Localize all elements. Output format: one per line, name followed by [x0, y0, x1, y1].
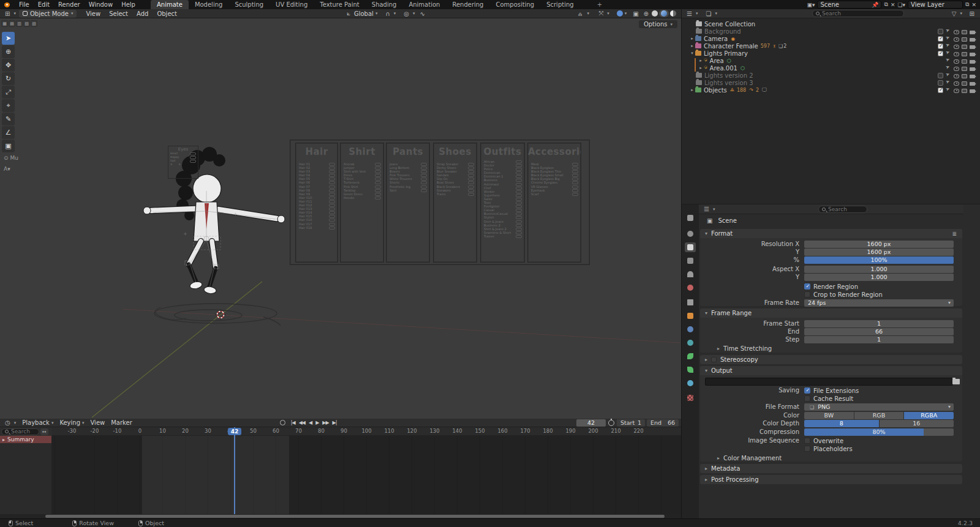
frame-step-field[interactable]: 1 [804, 336, 954, 343]
tab-scene[interactable] [685, 269, 696, 279]
panel-stereoscopy-header[interactable]: ▸Stereoscopy [700, 355, 962, 364]
outliner-search-input[interactable] [822, 10, 900, 17]
tool-transform[interactable]: ⌖ [2, 99, 15, 112]
outliner-row-camera[interactable]: ▸ Camera ◉ [682, 35, 980, 42]
outliner-row-lights-version-2[interactable]: Lights version 2 [682, 72, 980, 79]
disable-viewport-icon[interactable] [962, 89, 967, 93]
outliner-row-background[interactable]: Background [682, 28, 980, 35]
disable-render-icon[interactable] [970, 38, 975, 42]
marker-menu[interactable]: Marker [108, 419, 135, 426]
select-mode-invert-icon[interactable]: ▧ [23, 20, 30, 27]
disable-viewport-icon[interactable] [962, 81, 967, 86]
select-mode-new-icon[interactable]: ▦ [1, 20, 8, 27]
shading-solid-button[interactable] [652, 10, 658, 17]
shading-rendered-button[interactable] [670, 10, 676, 17]
tab-render[interactable] [685, 229, 696, 239]
outliner-editor-type-dropdown[interactable]: ☰▾ [682, 10, 701, 17]
exclude-checkbox[interactable] [938, 88, 943, 93]
outliner-search[interactable] [812, 10, 904, 17]
workspace-tab[interactable]: Modeling [189, 0, 229, 9]
delete-scene-icon[interactable]: ✕ [891, 2, 895, 8]
prev-keyframe-button[interactable]: ◀◀ [297, 420, 307, 425]
jump-to-end-button[interactable]: ▶| [331, 420, 339, 425]
tab-modifiers[interactable] [685, 324, 696, 334]
snapping-dropdown[interactable]: ∩▾ [380, 10, 399, 17]
shading-material-button[interactable] [659, 10, 669, 17]
cache-result-checkbox[interactable] [804, 395, 810, 402]
timeline-editor-type-dropdown[interactable]: ◷▾ [0, 419, 19, 426]
workspace-tab[interactable]: UV Editing [270, 0, 314, 9]
selectable-icon[interactable] [946, 43, 951, 49]
file-format-dropdown[interactable]: ❏ PNG [804, 403, 954, 411]
tab-bone-constraints[interactable] [685, 378, 696, 388]
disable-viewport-icon[interactable] [962, 45, 967, 49]
time-stretching-header[interactable]: ▸Time Stretching [717, 345, 772, 353]
resolution-pct-slider[interactable]: 100% [804, 256, 954, 264]
compression-slider[interactable]: 80% [804, 428, 954, 436]
file-extensions-checkbox[interactable] [804, 387, 810, 394]
hide-viewport-icon[interactable] [954, 30, 959, 34]
select-mode-subtract-icon[interactable]: ▥ [16, 20, 23, 27]
wardrobe-item[interactable]: Trains [437, 192, 474, 196]
disable-render-icon[interactable] [970, 31, 975, 34]
tool-scale[interactable]: ⤢ [2, 86, 15, 99]
exclude-checkbox[interactable] [938, 43, 943, 49]
aspect-x-field[interactable]: 1.000 [804, 266, 954, 273]
stereoscopy-checkbox[interactable] [711, 357, 717, 362]
main-menu-item[interactable]: Window [85, 0, 117, 9]
current-frame-badge[interactable]: 42 [228, 428, 241, 435]
disable-viewport-icon[interactable] [962, 67, 967, 71]
blender-logo-icon[interactable] [3, 2, 11, 8]
tab-object-data[interactable] [685, 351, 696, 361]
exclude-checkbox[interactable] [938, 80, 943, 86]
auto-keyframe-toggle[interactable] [280, 420, 285, 425]
tab-bone[interactable] [685, 365, 696, 375]
properties-breadcrumb[interactable]: ▣ Scene [705, 217, 737, 224]
playback-menu[interactable]: Playback▾ [19, 419, 56, 426]
start-frame-field[interactable]: Start1 [617, 419, 645, 427]
main-menu-item[interactable]: Render [54, 0, 85, 9]
proportional-editing-dropdown[interactable]: ◎▾ [399, 10, 418, 17]
disable-viewport-icon[interactable] [962, 37, 967, 42]
main-menu-item[interactable]: File [15, 0, 34, 9]
expand-arrow[interactable]: ▸ [689, 36, 695, 41]
panel-format-header[interactable]: ▾Format≣ [700, 229, 962, 238]
disable-render-icon[interactable] [970, 60, 975, 64]
output-path-field[interactable] [705, 378, 953, 386]
outliner-row-scene-collection[interactable]: Scene Collection [682, 20, 980, 28]
keying-menu[interactable]: Keying▾ [56, 419, 87, 426]
summary-channel-row[interactable]: ▸Summary [0, 436, 51, 443]
selectable-icon[interactable] [946, 29, 951, 34]
folder-icon[interactable] [952, 379, 960, 384]
select-mode-extend-icon[interactable]: ▤ [9, 20, 15, 27]
play-button[interactable]: ▶ [314, 420, 320, 425]
hide-viewport-icon[interactable] [954, 52, 959, 56]
tool-cursor[interactable]: ⊕ [2, 45, 15, 58]
add-workspace-button[interactable]: + [591, 0, 608, 9]
render-region-checkbox[interactable] [804, 283, 810, 290]
options-button[interactable]: Options▾ [639, 20, 677, 28]
frame-start-field[interactable]: 1 [804, 320, 954, 327]
crop-render-region-row[interactable]: Crop to Render Region [804, 291, 883, 298]
expand-arrow[interactable]: ▸ [698, 65, 704, 70]
scene-selector[interactable]: Scene 📌 [817, 1, 881, 9]
workspace-tab[interactable]: Rendering [446, 0, 489, 9]
editor-type-dropdown[interactable]: ⊞▾ [0, 10, 19, 17]
disable-render-icon[interactable] [970, 45, 975, 49]
jump-to-start-button[interactable]: |◀ [289, 420, 297, 425]
exclude-checkbox[interactable] [938, 29, 943, 34]
expand-arrow[interactable]: ▸ [689, 43, 695, 48]
outliner-row-lights-primary[interactable]: ▾ Lights Primary [682, 50, 980, 57]
overwrite-row[interactable]: Overwrite [804, 437, 843, 444]
view-menu[interactable]: View [88, 419, 108, 426]
crop-render-region-checkbox[interactable] [804, 291, 810, 297]
cache-result-row[interactable]: Cache Result [804, 395, 853, 402]
new-view-layer-icon[interactable]: ⧉ [965, 1, 969, 8]
workspace-tab[interactable]: Texture Paint [314, 0, 366, 9]
tool-select-box[interactable]: ➤ [2, 32, 15, 45]
disable-render-icon[interactable] [970, 82, 975, 86]
end-frame-field[interactable]: End66 [647, 419, 679, 427]
selectable-icon[interactable] [946, 58, 951, 64]
timeline-search[interactable] [1, 428, 39, 435]
viewport-menu-item[interactable]: View [81, 10, 105, 17]
